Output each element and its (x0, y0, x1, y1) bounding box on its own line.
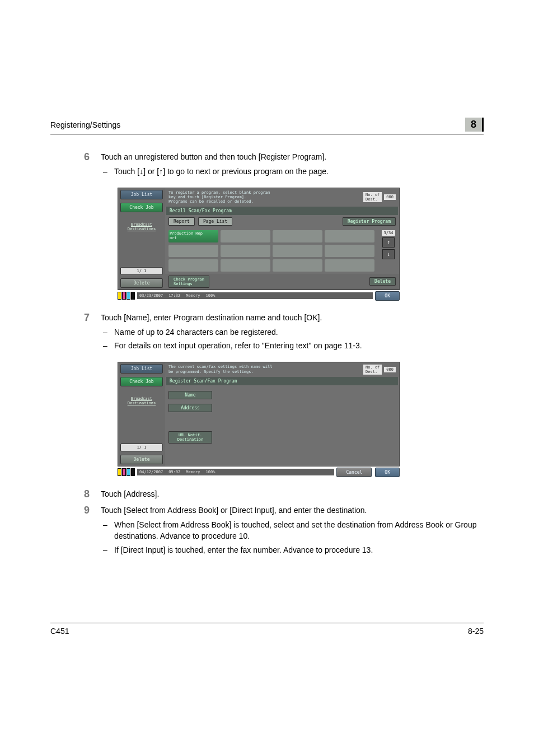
job-list-button[interactable]: Job List (120, 190, 163, 199)
check-job-button[interactable]: Check Job (120, 377, 163, 386)
status-memory-label: Memory (186, 470, 200, 474)
toner-magenta-icon (122, 468, 126, 476)
step-text: Touch an unregistered button and then to… (101, 151, 484, 162)
step-9: 9 Touch [Select from Address Book] or [D… (50, 505, 484, 561)
dest-count-label: No. of Dest. (363, 192, 382, 202)
status-memory-value: 100% (206, 470, 216, 474)
check-job-button[interactable]: Check Job (120, 203, 163, 212)
footer-model: C451 (50, 627, 69, 636)
step-6: 6 Touch an unregistered button and then … (50, 151, 484, 183)
address-button[interactable]: Address (168, 404, 212, 412)
instruction-message: To register a program, select blank prog… (168, 190, 270, 204)
toner-black-icon (131, 468, 135, 476)
check-program-settings-button[interactable]: Check Program Settings (168, 276, 209, 288)
status-date: 04/12/2007 (139, 470, 163, 474)
toner-cyan-icon (127, 468, 130, 476)
toner-yellow-icon (118, 468, 121, 476)
program-tile-empty[interactable] (221, 230, 270, 242)
page-header-title: Registering/Settings (50, 120, 120, 129)
program-tile-empty[interactable] (325, 259, 374, 272)
device-screenshot-2: Job List Check Job Broadcast Destination… (118, 362, 400, 477)
job-list-button[interactable]: Job List (120, 364, 163, 374)
page-list-button[interactable]: Page List (198, 217, 232, 226)
side-delete-button[interactable]: Delete (120, 278, 163, 288)
step-number: 9 (84, 505, 101, 516)
program-tile-empty[interactable] (273, 230, 322, 242)
program-tile-empty[interactable] (221, 259, 270, 272)
panel-title: Register Scan/Fax Program (166, 377, 398, 385)
status-memory-value: 100% (206, 293, 216, 298)
toner-indicator (118, 468, 135, 476)
program-tile-filled[interactable]: Production Rep ort (168, 230, 218, 242)
step-text: Touch [Name], enter Program destination … (101, 312, 484, 323)
program-tile-empty[interactable] (168, 245, 218, 257)
cancel-button[interactable]: Cancel (336, 468, 372, 477)
toner-magenta-icon (122, 292, 126, 300)
side-page-indicator: 1/ 1 (120, 444, 163, 451)
dest-count-label: No. of Dest. (363, 365, 382, 375)
instruction-message: The current scan/fax settings with name … (168, 365, 272, 374)
status-memory-label: Memory (186, 293, 200, 298)
footer-rule (50, 623, 484, 623)
arrow-down-button[interactable]: ↓ (382, 249, 395, 259)
step-bullet: Name of up to 24 characters can be regis… (101, 326, 484, 338)
program-tile-empty[interactable] (325, 230, 374, 242)
step-8: 8 Touch [Address]. (50, 488, 484, 500)
status-time: 17:32 (168, 293, 180, 298)
ok-button[interactable]: OK (375, 291, 400, 301)
step-text: Touch [Address]. (101, 488, 484, 500)
step-bullet: When [Select from Address Book] is touch… (101, 519, 484, 542)
step-bullet: Touch [↓] or [↑] to go to next or previo… (101, 166, 484, 177)
chapter-badge: 8 (465, 118, 484, 132)
device-screenshot-1: Job List Check Job Broadcast Destination… (118, 188, 400, 301)
broadcast-label: Broadcast Destinations (120, 221, 163, 232)
ok-button[interactable]: OK (375, 468, 400, 477)
step-number: 8 (84, 488, 101, 500)
side-delete-button[interactable]: Delete (120, 455, 163, 464)
toner-yellow-icon (118, 292, 121, 300)
page-indicator: 3/34 (382, 230, 396, 236)
header-rule (50, 134, 484, 134)
step-number: 7 (84, 312, 101, 324)
program-tile-empty[interactable] (221, 245, 270, 257)
report-button[interactable]: Report (168, 217, 195, 226)
arrow-up-button[interactable]: ↑ (382, 237, 395, 248)
toner-black-icon (131, 292, 135, 300)
toner-cyan-icon (127, 292, 130, 300)
step-text: Touch [Select from Address Book] or [Dir… (101, 505, 484, 516)
panel-title: Recall Scan/Fax Program (166, 207, 398, 215)
register-program-button[interactable]: Register Program (343, 217, 396, 226)
status-time: 09:02 (168, 470, 180, 474)
dest-count-value: 000 (384, 367, 396, 372)
broadcast-label: Broadcast Destinations (120, 395, 163, 407)
step-bullet: If [Direct Input] is touched, enter the … (101, 544, 484, 556)
status-date: 03/23/2007 (139, 293, 163, 298)
url-notif-button[interactable]: URL Notif. Destination (168, 431, 212, 444)
program-tile-empty[interactable] (168, 259, 218, 272)
footer-page: 8-25 (468, 627, 484, 636)
toner-indicator (118, 292, 135, 300)
step-7: 7 Touch [Name], enter Program destinatio… (50, 312, 484, 357)
step-number: 6 (84, 151, 101, 163)
program-tile-empty[interactable] (273, 245, 322, 257)
delete-button[interactable]: Delete (369, 277, 396, 286)
dest-count-value: 000 (384, 194, 396, 200)
name-button[interactable]: Name (168, 391, 212, 399)
program-tile-empty[interactable] (273, 259, 322, 272)
side-page-indicator: 1/ 1 (120, 267, 163, 275)
step-bullet: For details on text input operation, ref… (101, 340, 484, 351)
program-tile-empty[interactable] (325, 245, 374, 257)
